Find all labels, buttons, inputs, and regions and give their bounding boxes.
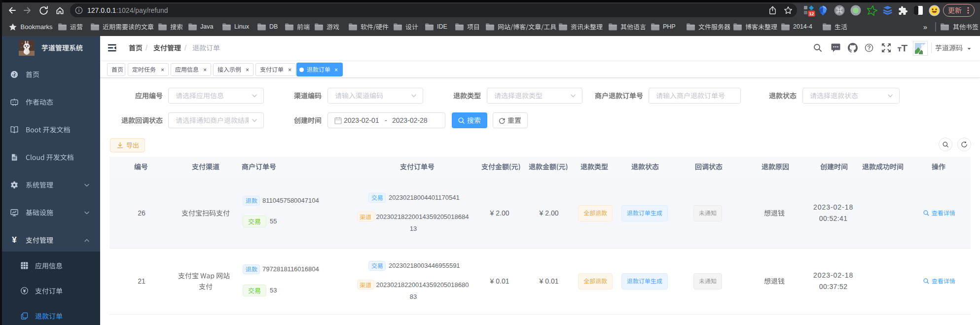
svg-text:12: 12 (809, 11, 814, 16)
